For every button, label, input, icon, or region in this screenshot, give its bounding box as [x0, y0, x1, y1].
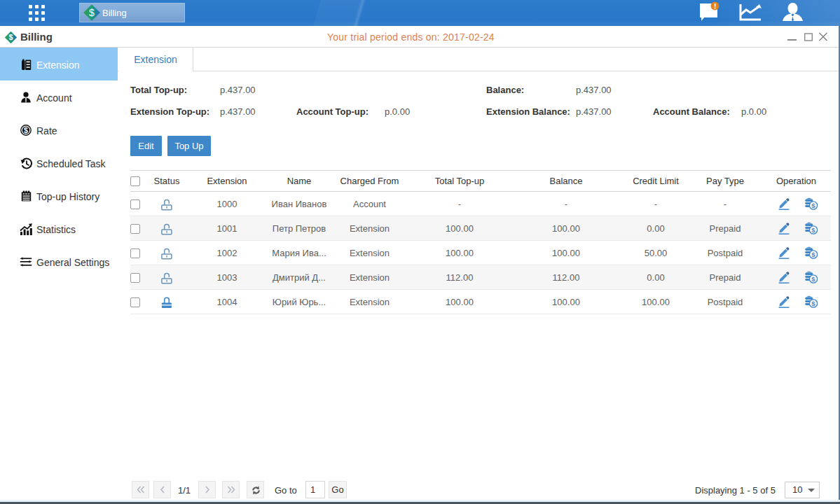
- svg-text:$: $: [811, 202, 815, 209]
- svg-text:$: $: [9, 33, 13, 41]
- svg-text:$: $: [811, 251, 815, 258]
- svg-text:$: $: [89, 6, 95, 18]
- svg-text:$: $: [811, 226, 815, 234]
- svg-text:$: $: [24, 126, 28, 134]
- svg-text:$: $: [811, 300, 815, 307]
- svg-text:$: $: [811, 275, 815, 283]
